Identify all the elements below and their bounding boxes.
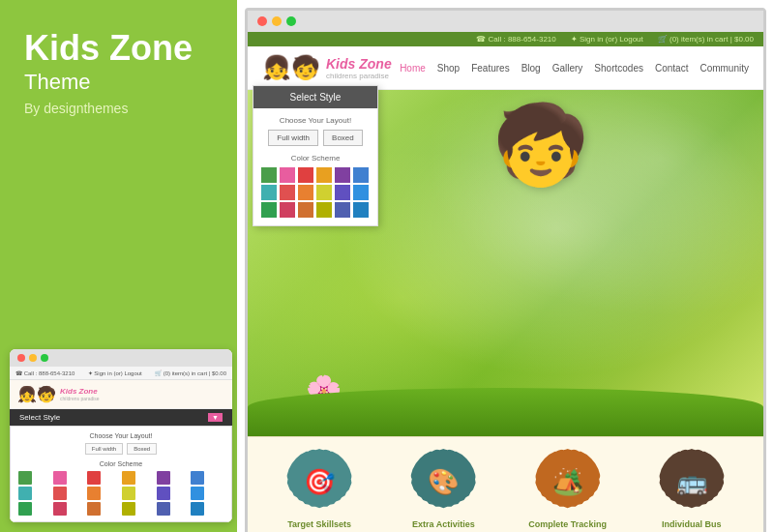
color-swatch[interactable]	[280, 185, 295, 200]
feature-icon: 🎯	[304, 467, 335, 497]
mini-color-swatch[interactable]	[122, 502, 135, 516]
mini-color-swatch[interactable]	[122, 487, 135, 500]
select-style-body: Choose Your Layout! Full width Boxed Col…	[253, 108, 377, 225]
nav-item-blog[interactable]: Blog	[521, 63, 541, 74]
mini-logo-tagline: childrens paradise	[60, 396, 100, 401]
mini-color-swatch[interactable]	[18, 487, 32, 500]
site-logo-tagline: childrens paradise	[326, 72, 392, 80]
mini-browser: ☎ Call : 888-654-3210 ✦ Sign in (or) Log…	[10, 349, 232, 522]
brand-title: Kids Zone	[24, 29, 218, 68]
mini-select-style-arrow: ▼	[208, 413, 223, 422]
color-swatch[interactable]	[316, 185, 332, 200]
color-swatch[interactable]	[335, 185, 350, 200]
mini-cart: 🛒 (0) item(s) in cart | $0.00	[155, 369, 226, 376]
select-style-header: Select Style	[253, 86, 377, 108]
feature-label: Extra Activities	[412, 519, 475, 529]
brand-subtitle: Theme	[24, 70, 218, 95]
feature-label: Individual Bus	[662, 519, 722, 529]
mini-logo-text: Kids Zone	[60, 387, 100, 397]
site-cart: 🛒 (0) item(s) in cart | $0.00	[658, 35, 754, 44]
nav-item-contact[interactable]: Contact	[655, 63, 688, 74]
site-logo-text-wrap: Kids Zone childrens paradise	[326, 56, 392, 80]
nav-item-gallery[interactable]: Gallery	[552, 63, 583, 74]
mini-boxed-button[interactable]: Boxed	[127, 443, 157, 455]
feature-item: 🏕️Complete Tracking	[524, 449, 611, 529]
brand-by: By designthemes	[24, 101, 218, 116]
mini-color-swatch[interactable]	[191, 487, 204, 500]
mini-color-swatch[interactable]	[18, 471, 32, 485]
nav-item-home[interactable]: Home	[400, 63, 426, 74]
mini-header: 👧🧒 Kids Zone childrens paradise	[10, 380, 232, 409]
color-swatch[interactable]	[316, 167, 332, 183]
color-swatch[interactable]	[316, 202, 332, 218]
mini-topbar: ☎ Call : 888-654-3210 ✦ Sign in (or) Log…	[10, 367, 232, 380]
feature-icon: 🏕️	[552, 467, 583, 497]
color-swatch[interactable]	[280, 202, 295, 218]
color-swatch[interactable]	[353, 202, 369, 218]
feature-icon-wrap: 🎨	[410, 449, 476, 515]
color-swatch[interactable]	[261, 167, 277, 183]
site-call: ☎ Call : 888-654-3210	[476, 35, 556, 44]
mini-color-swatch[interactable]	[122, 471, 135, 485]
color-swatch[interactable]	[261, 202, 277, 218]
mini-color-swatch[interactable]	[157, 487, 170, 500]
color-swatch[interactable]	[298, 185, 313, 200]
browser-chrome	[248, 11, 763, 32]
color-swatch[interactable]	[261, 185, 277, 200]
color-swatch[interactable]	[335, 167, 350, 183]
mini-style-panel: Choose Your Layout! Full width Boxed Col…	[10, 426, 232, 522]
site-nav: HomeShopFeaturesBlogGalleryShortcodesCon…	[400, 63, 749, 74]
feature-icon: 🚌	[676, 467, 707, 497]
fullwidth-button[interactable]: Full width	[268, 130, 318, 146]
color-scheme-title: Color Scheme	[261, 154, 370, 163]
feature-item: 🎨Extra Activities	[400, 449, 487, 529]
mini-color-swatch[interactable]	[157, 502, 170, 516]
browser-dot-red[interactable]	[257, 16, 267, 26]
mini-call: ☎ Call : 888-654-3210	[15, 369, 74, 376]
mini-color-swatch[interactable]	[53, 502, 67, 516]
mini-color-swatch[interactable]	[18, 502, 32, 516]
mini-color-swatch[interactable]	[157, 471, 170, 485]
site-logo-icon: 👧🧒	[262, 54, 320, 81]
mini-color-swatch[interactable]	[87, 502, 101, 516]
mini-color-grid	[18, 471, 223, 516]
main-browser: ☎ Call : 888-654-3210 ✦ Sign in (or) Log…	[245, 8, 766, 532]
mini-color-swatch[interactable]	[53, 471, 67, 485]
color-swatch[interactable]	[353, 185, 369, 200]
mini-color-swatch[interactable]	[87, 487, 101, 500]
color-swatch[interactable]	[298, 167, 313, 183]
site-header: 👧🧒 Kids Zone childrens paradise HomeShop…	[248, 46, 763, 90]
mini-fullwidth-button[interactable]: Full width	[85, 443, 123, 455]
color-swatch[interactable]	[298, 202, 313, 218]
nav-item-community[interactable]: Community	[700, 63, 749, 74]
boxed-button[interactable]: Boxed	[323, 130, 363, 146]
feature-item: 🚌Individual Bus	[648, 449, 735, 529]
mini-color-swatch[interactable]	[87, 471, 101, 485]
features-row: 🎯Target Skillsets🎨Extra Activities🏕️Comp…	[248, 436, 763, 532]
feature-item: 🎯Target Skillsets	[276, 449, 363, 529]
color-grid	[261, 167, 370, 218]
mini-color-swatch[interactable]	[53, 487, 67, 500]
browser-dot-yellow[interactable]	[272, 16, 282, 26]
layout-buttons: Full width Boxed	[261, 130, 370, 146]
feature-icon-wrap: 🎯	[286, 449, 352, 515]
site-logo-text: Kids Zone	[326, 56, 392, 72]
mini-color-swatch[interactable]	[191, 471, 204, 485]
mini-select-style-button[interactable]: Select Style ▼	[10, 409, 232, 426]
mini-color-title: Color Scheme	[18, 460, 223, 467]
mini-color-swatch[interactable]	[191, 502, 204, 516]
nav-item-features[interactable]: Features	[471, 63, 509, 74]
site-topbar: ☎ Call : 888-654-3210 ✦ Sign in (or) Log…	[248, 32, 763, 46]
select-style-overlay: Select Style Choose Your Layout! Full wi…	[253, 85, 378, 226]
color-swatch[interactable]	[353, 167, 369, 183]
mini-select-style-label: Select Style	[19, 413, 60, 422]
feature-icon-wrap: 🏕️	[535, 449, 601, 515]
browser-dot-green[interactable]	[286, 16, 296, 26]
nav-item-shop[interactable]: Shop	[437, 63, 460, 74]
color-swatch[interactable]	[280, 167, 295, 183]
site-logo: 👧🧒 Kids Zone childrens paradise	[262, 54, 392, 81]
left-panel: Kids Zone Theme By designthemes ☎ Call :…	[0, 0, 237, 532]
color-swatch[interactable]	[335, 202, 350, 218]
nav-item-shortcodes[interactable]: Shortcodes	[594, 63, 643, 74]
mini-browser-chrome	[10, 349, 232, 367]
